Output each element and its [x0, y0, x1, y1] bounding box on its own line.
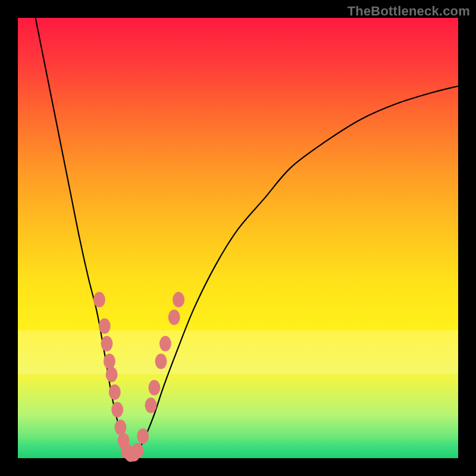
- marker-group: [93, 292, 184, 462]
- marker-dot: [155, 353, 167, 369]
- curve-svg: [18, 18, 458, 458]
- marker-dot: [99, 318, 111, 334]
- marker-dot: [114, 419, 126, 435]
- marker-dot: [159, 336, 171, 352]
- watermark-text: TheBottleneck.com: [347, 4, 470, 19]
- right-branch-curve: [134, 86, 458, 454]
- marker-dot: [111, 402, 123, 418]
- marker-dot: [168, 309, 180, 325]
- chart-stage: TheBottleneck.com: [0, 0, 476, 476]
- marker-dot: [173, 292, 184, 308]
- marker-dot: [106, 367, 118, 382]
- marker-dot: [93, 292, 105, 308]
- plot-area: [18, 18, 458, 458]
- marker-dot: [104, 353, 115, 369]
- marker-dot: [101, 336, 112, 352]
- marker-dot: [145, 397, 156, 413]
- marker-dot: [148, 380, 160, 396]
- marker-dot: [137, 428, 149, 444]
- marker-dot: [109, 384, 121, 400]
- marker-dot: [131, 443, 143, 458]
